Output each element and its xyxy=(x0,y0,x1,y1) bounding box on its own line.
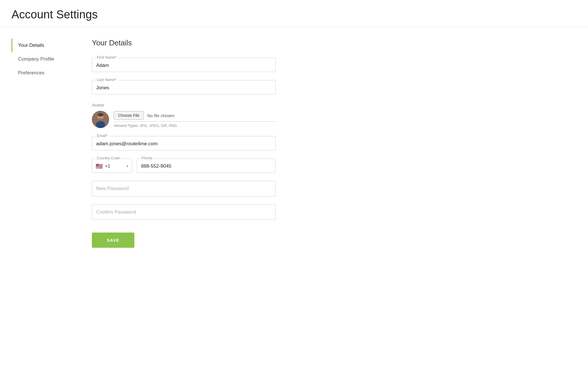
confirm-password-input[interactable] xyxy=(92,204,276,220)
new-password-group xyxy=(92,181,276,196)
first-name-group: First Name* xyxy=(92,58,276,72)
sidebar: Your Details Company Profile Preferences xyxy=(11,38,75,248)
avatar-section: Avatar xyxy=(92,102,276,128)
country-code-value: +1 xyxy=(105,164,110,169)
email-field: Email* xyxy=(92,136,276,150)
avatar-image xyxy=(92,111,109,128)
sidebar-item-company-profile[interactable]: Company Profile xyxy=(11,52,75,66)
page-title: Account Settings xyxy=(11,8,577,21)
page-body: Your Details Company Profile Preferences… xyxy=(0,27,588,259)
email-input[interactable] xyxy=(92,136,275,150)
phone-input[interactable] xyxy=(137,159,275,173)
first-name-label: First Name* xyxy=(96,55,118,59)
chevron-down-icon: ▾ xyxy=(127,164,128,168)
last-name-field: Last Name* xyxy=(92,80,276,94)
sidebar-item-label: Preferences xyxy=(18,70,45,76)
country-code-label: Country Code xyxy=(96,156,121,160)
sidebar-item-preferences[interactable]: Preferences xyxy=(11,66,75,80)
country-code-field: Country Code 🇺🇸 +1 ▾ xyxy=(92,158,132,173)
avatar xyxy=(92,111,109,128)
sidebar-item-label: Your Details xyxy=(18,42,44,48)
avatar-label: Avatar xyxy=(92,102,276,107)
avatar-row: Choose File No file chosen Allowed Types… xyxy=(92,111,276,128)
svg-point-4 xyxy=(98,113,103,117)
last-name-input[interactable] xyxy=(92,80,275,94)
sidebar-item-label: Company Profile xyxy=(18,56,54,62)
phone-row: Country Code 🇺🇸 +1 ▾ Phone xyxy=(92,158,276,173)
svg-point-2 xyxy=(96,121,105,128)
phone-label: Phone xyxy=(140,156,154,160)
email-group: Email* xyxy=(92,136,276,150)
main-content: Your Details First Name* Last Name* Avat… xyxy=(75,38,276,248)
file-input-area: Choose File No file chosen Allowed Types… xyxy=(114,111,276,128)
flag-icon: 🇺🇸 xyxy=(96,163,103,170)
last-name-group: Last Name* xyxy=(92,80,276,94)
no-file-text: No file chosen xyxy=(147,113,175,118)
country-code-inner[interactable]: 🇺🇸 +1 ▾ xyxy=(92,159,132,173)
save-button[interactable]: SAVE xyxy=(92,233,134,248)
first-name-input[interactable] xyxy=(92,58,275,72)
new-password-input[interactable] xyxy=(92,181,276,196)
sidebar-item-your-details[interactable]: Your Details xyxy=(11,38,75,52)
last-name-label: Last Name* xyxy=(96,78,117,82)
phone-field: Phone xyxy=(137,158,276,173)
choose-file-button[interactable]: Choose File xyxy=(114,111,144,120)
email-label: Email* xyxy=(96,133,109,138)
page-header: Account Settings xyxy=(0,0,588,27)
svg-point-3 xyxy=(98,118,103,121)
confirm-password-group xyxy=(92,204,276,220)
allowed-types-text: Allowed Types: JPG, JPEG, GIF, PNG xyxy=(114,123,276,128)
first-name-field: First Name* xyxy=(92,58,276,72)
section-title: Your Details xyxy=(92,38,276,47)
file-input-row: Choose File No file chosen xyxy=(114,111,276,122)
